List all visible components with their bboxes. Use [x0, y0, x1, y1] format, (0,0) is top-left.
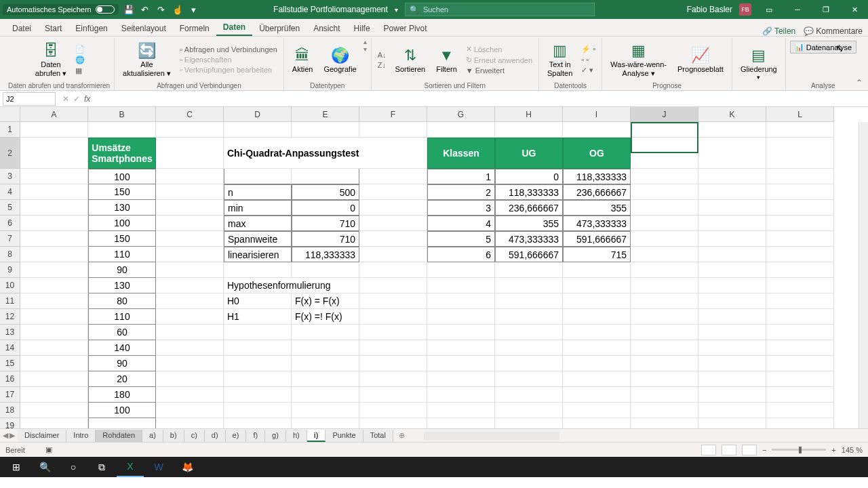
cell[interactable]	[766, 247, 834, 262]
tab-einfuegen[interactable]: Einfügen	[68, 21, 114, 36]
save-icon[interactable]: 💾	[123, 3, 135, 16]
cell[interactable]	[631, 387, 698, 403]
cell[interactable]	[20, 200, 88, 216]
cell[interactable]: 5	[427, 231, 495, 247]
cell[interactable]	[766, 216, 834, 231]
cell[interactable]	[631, 200, 698, 216]
cell[interactable]	[766, 325, 834, 340]
cell[interactable]	[495, 293, 563, 309]
cell[interactable]	[359, 418, 427, 428]
spreadsheet-grid[interactable]: ABCDEFGHIJKL 123456789101112131415161718…	[0, 107, 868, 428]
cell[interactable]	[359, 122, 427, 138]
cell[interactable]	[156, 309, 224, 325]
cell[interactable]	[359, 325, 427, 340]
close-button[interactable]: ✕	[844, 0, 865, 19]
sort-desc-icon[interactable]: Z↓	[376, 60, 389, 70]
cell[interactable]	[20, 293, 88, 309]
cell[interactable]: 80	[88, 293, 156, 309]
cell[interactable]	[224, 340, 292, 356]
cell[interactable]	[698, 418, 766, 428]
cell[interactable]	[292, 418, 359, 428]
redo-icon[interactable]: ↷	[155, 3, 167, 16]
cell[interactable]	[224, 122, 292, 138]
cell[interactable]: OG	[563, 138, 631, 169]
cell[interactable]: 710	[292, 216, 359, 231]
sheet-tab-Punkte[interactable]: Punkte	[326, 430, 363, 442]
sheet-tab-Total[interactable]: Total	[363, 430, 393, 442]
vertical-scrollbar[interactable]	[859, 122, 868, 428]
cell[interactable]	[766, 293, 834, 309]
cell[interactable]	[292, 340, 359, 356]
cell[interactable]	[563, 309, 631, 325]
cell[interactable]	[698, 340, 766, 356]
cell[interactable]	[20, 247, 88, 262]
cell[interactable]: 150	[88, 184, 156, 200]
cell[interactable]: Klassen	[427, 138, 495, 169]
cell[interactable]: 150	[88, 231, 156, 247]
cell[interactable]	[631, 403, 698, 418]
row-header-3[interactable]: 3	[0, 169, 20, 184]
taskbar-excel-icon[interactable]: X	[117, 457, 144, 477]
cell[interactable]	[156, 184, 224, 200]
cell[interactable]	[359, 262, 427, 278]
cell[interactable]: max	[224, 216, 292, 231]
cell[interactable]	[292, 356, 359, 371]
cell[interactable]: 6	[427, 247, 495, 262]
cell[interactable]	[495, 387, 563, 403]
cell[interactable]	[427, 309, 495, 325]
cell[interactable]	[631, 169, 698, 184]
cell[interactable]	[224, 387, 292, 403]
cell[interactable]: 100	[88, 403, 156, 418]
cell[interactable]	[563, 340, 631, 356]
cell[interactable]	[766, 138, 834, 169]
text-to-columns-button[interactable]: ▥Text inSpalten	[543, 41, 576, 79]
cell[interactable]	[20, 231, 88, 247]
select-all-corner[interactable]	[0, 107, 20, 122]
zoom-slider[interactable]	[772, 449, 826, 451]
cell[interactable]: 0	[292, 200, 359, 216]
cell[interactable]	[156, 216, 224, 231]
cell[interactable]	[427, 262, 495, 278]
cell[interactable]	[766, 122, 834, 138]
comments-button[interactable]: 💬 Kommentare	[804, 26, 863, 36]
cell[interactable]	[20, 340, 88, 356]
user-avatar[interactable]: FB	[739, 3, 751, 16]
tab-ueberpruefen[interactable]: Überprüfen	[252, 21, 307, 36]
cell[interactable]	[359, 231, 427, 247]
cell[interactable]	[359, 293, 427, 309]
cell[interactable]	[631, 138, 698, 169]
cell[interactable]: 118,333333	[495, 184, 563, 200]
cell[interactable]: 355	[563, 200, 631, 216]
cell[interactable]: 3	[427, 200, 495, 216]
cell[interactable]	[427, 418, 495, 428]
row-header-7[interactable]: 7	[0, 231, 20, 247]
sort-asc-icon[interactable]: A↓	[376, 50, 389, 60]
sheet-tab-c[interactable]: c)	[184, 430, 205, 442]
row-header-13[interactable]: 13	[0, 325, 20, 340]
cell[interactable]: Hypothesenformulierung	[224, 278, 359, 293]
cell[interactable]	[359, 403, 427, 418]
cell[interactable]: F(x) =! F(x)	[292, 309, 359, 325]
cell[interactable]: 500	[292, 184, 359, 200]
cell[interactable]	[631, 278, 698, 293]
cell[interactable]	[292, 403, 359, 418]
cell[interactable]	[766, 371, 834, 387]
horizontal-scrollbar[interactable]	[424, 432, 559, 440]
column-header-D[interactable]: D	[224, 107, 292, 122]
cell[interactable]	[631, 356, 698, 371]
cell[interactable]	[359, 216, 427, 231]
cell[interactable]	[20, 371, 88, 387]
row-header-2[interactable]: 2	[0, 138, 20, 169]
cell[interactable]: Spannweite	[224, 231, 292, 247]
cell[interactable]: H1	[224, 309, 292, 325]
sheet-tab-d[interactable]: d)	[205, 430, 226, 442]
cell[interactable]	[766, 340, 834, 356]
row-header-6[interactable]: 6	[0, 216, 20, 231]
row-header-15[interactable]: 15	[0, 356, 20, 371]
cell[interactable]	[224, 356, 292, 371]
advanced-filter-button[interactable]: ▼ Erweitert	[464, 66, 534, 75]
cell[interactable]: 118,333333	[563, 169, 631, 184]
cell[interactable]: 591,666667	[563, 231, 631, 247]
row-header-18[interactable]: 18	[0, 403, 20, 418]
sheet-tab-b[interactable]: b)	[163, 430, 184, 442]
